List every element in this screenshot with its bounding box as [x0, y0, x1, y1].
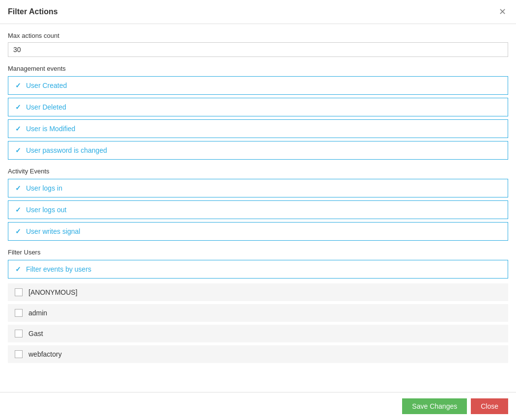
- close-button[interactable]: Close: [471, 398, 508, 414]
- check-icon-user-logs-in: ✓: [15, 184, 21, 192]
- toggle-user-created-label: User Created: [26, 82, 67, 89]
- max-actions-group: Max actions count: [8, 32, 508, 57]
- management-events-list: ✓ User Created ✓ User Deleted ✓ User is …: [8, 76, 508, 160]
- user-item-admin[interactable]: admin: [8, 304, 508, 322]
- filter-users-section-label: Filter Users: [8, 249, 508, 256]
- max-actions-input[interactable]: [8, 42, 508, 57]
- check-icon-user-created: ✓: [15, 82, 21, 89]
- toggle-user-deleted[interactable]: ✓ User Deleted: [8, 98, 508, 116]
- check-icon-user-logs-out: ✓: [15, 206, 21, 214]
- toggle-user-logs-in[interactable]: ✓ User logs in: [8, 179, 508, 197]
- toggle-user-modified-label: User is Modified: [26, 125, 75, 133]
- toggle-filter-events-label: Filter events by users: [26, 265, 91, 273]
- check-icon-user-deleted: ✓: [15, 103, 21, 111]
- toggle-user-password-changed[interactable]: ✓ User password is changed: [8, 141, 508, 160]
- dialog-footer: Save Changes Close: [0, 392, 516, 420]
- user-item-gast[interactable]: Gast: [8, 325, 508, 342]
- check-icon-user-password-changed: ✓: [15, 146, 21, 154]
- management-events-section-label: Management events: [8, 65, 508, 72]
- user-label-anonymous: [ANONYMOUS]: [28, 288, 78, 296]
- dialog-header: Filter Actions ✕: [0, 0, 516, 24]
- dialog-close-icon-button[interactable]: ✕: [496, 6, 508, 18]
- toggle-user-modified[interactable]: ✓ User is Modified: [8, 119, 508, 138]
- toggle-user-logs-in-label: User logs in: [26, 184, 62, 192]
- check-icon-user-writes-signal: ✓: [15, 227, 21, 235]
- x-icon: ✕: [499, 6, 506, 17]
- toggle-user-deleted-label: User Deleted: [26, 103, 66, 111]
- checkbox-webfactory[interactable]: [15, 350, 23, 358]
- toggle-user-writes-signal[interactable]: ✓ User writes signal: [8, 222, 508, 241]
- dialog-body: Max actions count Management events ✓ Us…: [0, 24, 516, 392]
- check-icon-filter-events: ✓: [15, 265, 21, 273]
- toggle-filter-events-by-users[interactable]: ✓ Filter events by users: [8, 260, 508, 279]
- checkbox-anonymous[interactable]: [15, 288, 23, 296]
- toggle-user-writes-signal-label: User writes signal: [26, 227, 80, 235]
- toggle-user-created[interactable]: ✓ User Created: [8, 76, 508, 95]
- toggle-user-logs-out-label: User logs out: [26, 206, 66, 214]
- users-list: [ANONYMOUS] admin Gast webfactory: [8, 283, 508, 363]
- activity-events-list: ✓ User logs in ✓ User logs out ✓ User wr…: [8, 179, 508, 241]
- user-item-anonymous[interactable]: [ANONYMOUS]: [8, 283, 508, 301]
- toggle-user-logs-out[interactable]: ✓ User logs out: [8, 200, 508, 219]
- toggle-user-password-changed-label: User password is changed: [26, 146, 107, 154]
- user-label-admin: admin: [28, 309, 47, 317]
- user-item-webfactory[interactable]: webfactory: [8, 345, 508, 363]
- dialog-title: Filter Actions: [8, 7, 58, 16]
- filter-actions-dialog: Filter Actions ✕ Max actions count Manag…: [0, 0, 516, 420]
- checkbox-admin[interactable]: [15, 309, 23, 317]
- max-actions-label: Max actions count: [8, 32, 508, 39]
- checkbox-gast[interactable]: [15, 330, 23, 337]
- user-label-gast: Gast: [28, 330, 43, 337]
- user-label-webfactory: webfactory: [28, 350, 62, 358]
- activity-events-section-label: Activity Events: [8, 168, 508, 175]
- check-icon-user-modified: ✓: [15, 125, 21, 133]
- save-changes-button[interactable]: Save Changes: [402, 398, 467, 414]
